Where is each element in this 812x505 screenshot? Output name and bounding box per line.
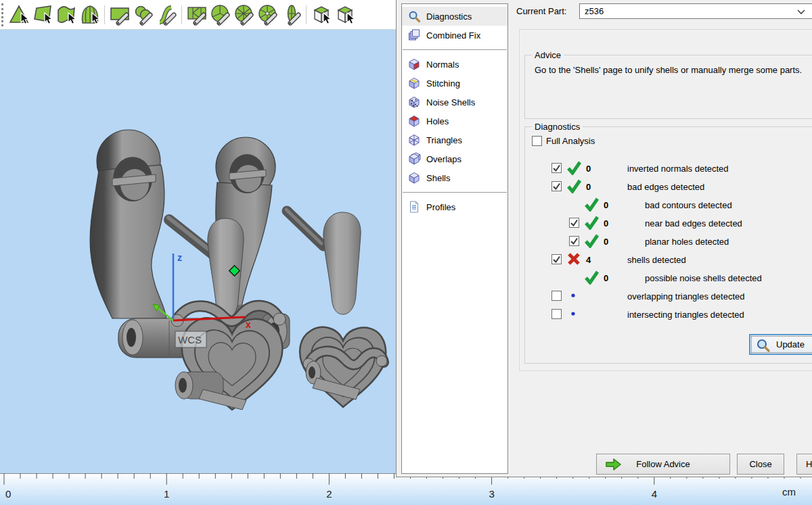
checkbox[interactable] (551, 163, 562, 173)
axis-z-label: z (177, 252, 182, 263)
sidebar-item-noise-shells[interactable]: Noise Shells (402, 93, 508, 112)
sidebar-item-label: Diagnostics (426, 11, 472, 22)
diagnostic-checkbox[interactable] (569, 218, 584, 229)
brush-disc-side-tool-icon[interactable] (279, 3, 303, 27)
checkbox[interactable] (569, 236, 579, 246)
help-button[interactable]: Help (796, 454, 812, 475)
mark-window-triangles-tool-icon[interactable] (185, 3, 208, 27)
checkbox[interactable] (551, 309, 562, 319)
sidebar-item-label: Triangles (426, 135, 462, 145)
ruler-label: 4 (652, 488, 657, 500)
cube-dotted-icon (407, 95, 422, 109)
checkbox[interactable] (551, 291, 562, 301)
select-volume-tool-icon[interactable] (309, 3, 333, 27)
sidebar-item-label: Shells (426, 173, 450, 183)
current-part-combobox[interactable]: z536 (579, 3, 812, 19)
diagnostic-checkbox[interactable] (551, 309, 566, 321)
diagnostic-checkbox[interactable] (551, 163, 566, 174)
brush-pie-tool-icon[interactable] (208, 3, 232, 27)
axis-x-label: x (246, 319, 251, 330)
select-volume-partial-tool-icon[interactable] (333, 3, 357, 27)
check-ok-icon (584, 215, 604, 232)
chevron-down-icon (797, 9, 805, 15)
full-analysis-checkbox[interactable] (532, 136, 542, 146)
cube-plain-icon (407, 171, 422, 185)
toolbar-drag-handle[interactable] (1, 3, 7, 26)
sidebar-item-diagnostics[interactable]: Diagnostics (402, 7, 508, 26)
diagnostic-checkbox[interactable] (551, 181, 566, 193)
cubes-overlap-icon (407, 152, 422, 166)
sidebar-item-overlaps[interactable]: Overlaps (402, 149, 508, 168)
cube-red-front-icon (407, 57, 422, 71)
advice-groupbox: Advice Go to the 'Shells' page to unify … (524, 55, 812, 119)
diagnostic-row: 0possible noise shells detected (551, 269, 812, 287)
sidebar-item-shells[interactable]: Shells (402, 168, 508, 187)
model-part-right-clamp[interactable] (286, 210, 387, 407)
sidebar-item-label: Stitching (426, 78, 460, 89)
diagnostic-checkbox[interactable] (551, 254, 566, 266)
sidebar-item-label: Profiles (426, 202, 455, 212)
ruler-label: 1 (164, 488, 169, 500)
ruler-label: 2 (326, 488, 332, 500)
select-triangles-tool-icon[interactable] (7, 3, 30, 27)
sidebar-item-combined-fix[interactable]: Combined Fix (402, 26, 508, 45)
check-ok-icon (566, 160, 586, 177)
diagnostic-label: possible noise shells detected (645, 273, 762, 283)
document-icon (407, 200, 422, 214)
select-surfaces-tool-icon[interactable] (54, 3, 78, 27)
mark-ellipse-tool-icon[interactable] (131, 3, 155, 27)
diagnostic-label: planar holes detected (645, 237, 729, 247)
sidebar-item-holes[interactable]: Holes (402, 112, 508, 130)
update-button-label: Update (776, 339, 805, 350)
diagnostics-groupbox: Diagnostics Full Analysis 0inverted norm… (524, 126, 812, 364)
mark-rectangle-tool-icon[interactable] (108, 3, 131, 27)
select-shells-tool-icon[interactable] (78, 3, 102, 27)
sidebar-item-normals[interactable]: Normals (402, 55, 508, 74)
diagnostic-label: near bad edges detected (645, 218, 742, 229)
brush-disc-tool-icon[interactable] (256, 3, 279, 27)
diagnostic-count: 0 (586, 182, 627, 192)
toolbar-separator (181, 5, 182, 24)
mark-curve-tool-icon[interactable] (155, 3, 179, 27)
follow-advice-label: Follow Advice (636, 459, 690, 469)
sidebar-item-label: Normals (426, 59, 459, 70)
diagnostic-label: intersecting triangles detected (627, 310, 744, 320)
checkbox[interactable] (551, 254, 562, 264)
cube-red-top-icon (407, 114, 422, 128)
ruler-label: 3 (489, 488, 494, 500)
diagnostic-count: 0 (604, 218, 645, 229)
diagnostic-checkbox[interactable] (569, 236, 584, 247)
sidebar-item-stitching[interactable]: Stitching (402, 74, 508, 93)
sidebar-item-label: Holes (426, 116, 449, 126)
application-window: z x WCS 01234cm DiagnosticsCombined FixN… (0, 0, 812, 505)
toolbar-separator (306, 5, 307, 24)
diagnostic-checkbox[interactable] (551, 291, 566, 303)
advice-title: Advice (532, 50, 564, 60)
diagnostic-count: 0 (604, 200, 645, 210)
current-part-value: z536 (585, 6, 604, 16)
check-ok-icon (584, 270, 604, 287)
diagnostic-label: shells detected (627, 255, 686, 265)
brush-star-tool-icon[interactable] (232, 3, 256, 27)
select-planes-tool-icon[interactable] (30, 3, 54, 27)
close-button[interactable]: Close (737, 454, 784, 475)
model-part-middle-clamp[interactable] (168, 137, 290, 410)
magnifier-icon (407, 9, 422, 23)
nav-separator (403, 192, 507, 193)
wizard-page-list: DiagnosticsCombined FixNormalsStitchingN… (401, 3, 508, 474)
checkbox[interactable] (569, 218, 579, 228)
pending-dot-icon (566, 307, 586, 322)
update-button[interactable]: Update (749, 334, 812, 355)
ruler-label: 0 (5, 488, 11, 500)
checkbox[interactable] (551, 181, 562, 191)
nav-separator (403, 49, 507, 50)
sidebar-item-label: Overlaps (426, 154, 461, 164)
diagnostic-count: 0 (604, 273, 645, 283)
current-part-label: Current Part: (516, 6, 566, 16)
diagnostic-label: bad contours detected (645, 200, 732, 210)
diagnostic-row: intersecting triangles detected (551, 306, 812, 324)
sidebar-item-profiles[interactable]: Profiles (402, 197, 508, 216)
sidebar-item-triangles[interactable]: Triangles (402, 130, 508, 149)
follow-advice-button[interactable]: Follow Advice (596, 454, 730, 475)
diagnostics-page: Advice Go to the 'Shells' page to unify … (519, 29, 812, 371)
